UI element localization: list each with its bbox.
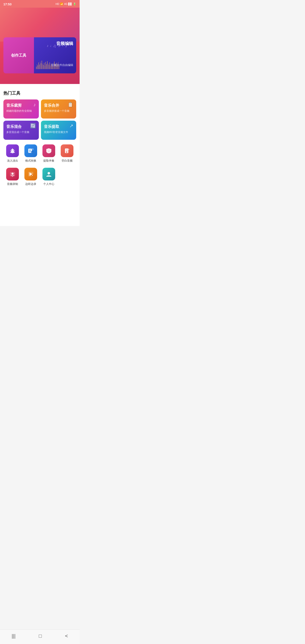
music-mix-desc: 多音混合成一个音频 — [6, 130, 36, 134]
hd-badge: HD — [56, 2, 59, 6]
silence-label: 空白音频 — [62, 159, 73, 163]
icon-item-extract-accomp[interactable]: ♪ 提取伴奏 — [40, 142, 58, 165]
extract-accomp-icon-circle: ♪ — [43, 144, 55, 157]
music-cut-icon: ♪ — [34, 102, 36, 108]
banner-right-title: 音频编辑 — [56, 41, 73, 46]
convert-icon-circle: → — [25, 144, 37, 157]
section-title: 热门工具 — [4, 90, 76, 96]
signal-bars: ▋▋ — [68, 2, 72, 6]
extract-accomp-svg: ♪ — [46, 148, 52, 154]
svg-marker-10 — [68, 148, 70, 150]
svg-point-13 — [12, 172, 14, 175]
status-bar: 17:53 HD 📶 4G ▋▋ 🔋 — [0, 0, 80, 8]
svg-text:♪: ♪ — [48, 150, 50, 152]
music-mix-icon: 🔄 — [30, 123, 36, 129]
music-cut-title: 音乐裁剪 — [6, 103, 36, 108]
music-extract-title: 音乐提取 — [44, 124, 74, 129]
page-wrapper: 17:53 HD 📶 4G ▋▋ 🔋 创作工具 ♪ ♩ ♫ ♬ — [0, 0, 80, 226]
extract-accomp-label: 提取伴奏 — [43, 159, 54, 163]
svg-text:→: → — [32, 152, 33, 153]
header-decoration — [0, 8, 80, 42]
svg-point-11 — [66, 152, 67, 153]
profile-label: 个人中心 — [43, 182, 54, 186]
music-extract-icon: ↗ — [69, 123, 73, 129]
main-content: 热门工具 ♪ 音乐裁剪 精确到毫秒的专业剪辑 📋 音乐合并 多音频拼接成一个音频… — [0, 84, 80, 211]
fade-icon-circle — [6, 144, 19, 157]
tool-card-music-extract[interactable]: ↗ 音乐提取 视频MV秒变音频文件 — [41, 121, 76, 140]
music-merge-desc: 多音频拼接成一个音频 — [44, 109, 74, 113]
banner-wrapper: 创作工具 ♪ ♩ ♫ ♬ ♪ ♩ — [0, 8, 80, 84]
note-2: ♩ — [50, 44, 51, 47]
icon-item-profile[interactable]: 个人中心 — [40, 165, 58, 188]
record-svg — [9, 171, 16, 178]
banner-left-text: 创作工具 — [11, 53, 26, 58]
profile-icon-circle — [43, 168, 55, 180]
listen-record-label: 边听边录 — [25, 182, 36, 186]
svg-rect-15 — [12, 176, 13, 177]
banner-right[interactable]: ♪ ♩ ♫ ♬ ♪ ♩ — [34, 37, 76, 73]
silence-icon-circle — [61, 144, 74, 157]
svg-marker-0 — [10, 148, 15, 153]
icon-item-fade[interactable]: 淡入淡出 — [4, 142, 22, 165]
icon-item-record[interactable]: 音频录制 — [4, 165, 22, 188]
banner-right-subtitle: 音频文件自由编辑 — [51, 63, 73, 67]
banner-carousel[interactable]: 创作工具 ♪ ♩ ♫ ♬ ♪ ♩ — [4, 37, 76, 73]
music-merge-icon: 📋 — [68, 102, 73, 108]
listen-record-svg — [27, 171, 34, 178]
tool-card-music-merge[interactable]: 📋 音乐合并 多音频拼接成一个音频 — [41, 100, 76, 118]
record-label: 音频录制 — [7, 182, 18, 186]
convert-label: 格式转换 — [25, 159, 36, 163]
silence-svg — [64, 148, 71, 154]
status-time: 17:53 — [4, 2, 12, 6]
music-cut-desc: 精确到毫秒的专业剪辑 — [6, 109, 36, 113]
svg-marker-2 — [32, 149, 33, 150]
record-icon-circle — [6, 168, 19, 180]
svg-point-19 — [32, 175, 33, 176]
icon-grid: 淡入淡出 → 格式转换 — [4, 142, 76, 188]
note-3: ♫ — [53, 44, 56, 48]
tool-cards-row-1: ♪ 音乐裁剪 精确到毫秒的专业剪辑 📋 音乐合并 多音频拼接成一个音频 — [4, 100, 76, 118]
battery-icon: 🔋 — [73, 2, 76, 6]
note-1: ♪ — [47, 44, 48, 48]
wifi-icon: 📶 — [60, 2, 63, 6]
tool-card-music-cut[interactable]: ♪ 音乐裁剪 精确到毫秒的专业剪辑 — [4, 100, 39, 118]
music-extract-desc: 视频MV秒变音频文件 — [44, 130, 74, 134]
banner-left[interactable]: 创作工具 — [4, 37, 34, 73]
profile-svg — [46, 171, 52, 178]
svg-rect-14 — [11, 175, 14, 176]
icon-item-silence[interactable]: 空白音频 — [58, 142, 76, 165]
icon-item-convert[interactable]: → 格式转换 — [22, 142, 40, 165]
convert-svg: → — [27, 148, 34, 154]
fade-label: 淡入淡出 — [7, 159, 18, 163]
icon-item-listen-record[interactable]: 边听边录 — [22, 165, 40, 188]
status-icons: HD 📶 4G ▋▋ 🔋 — [56, 2, 76, 6]
fade-svg — [9, 148, 16, 154]
tool-card-music-mix[interactable]: 🔄 音乐混合 多音混合成一个音频 — [4, 121, 39, 140]
signal-label: 4G — [64, 2, 68, 6]
listen-record-icon-circle — [25, 168, 37, 180]
tool-cards-row-2: 🔄 音乐混合 多音混合成一个音频 ↗ 音乐提取 视频MV秒变音频文件 — [4, 121, 76, 140]
